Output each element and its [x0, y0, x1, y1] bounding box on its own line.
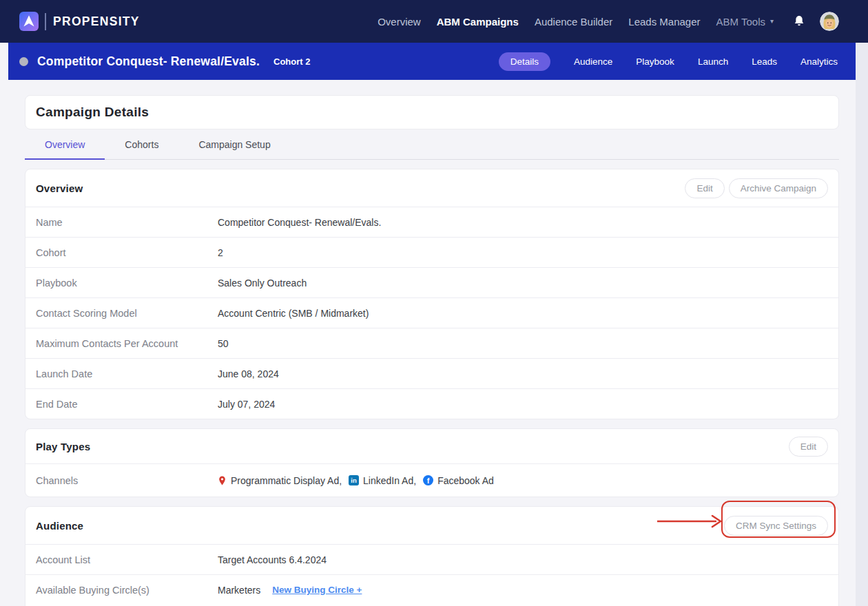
row-label: Name [36, 217, 218, 228]
row-label: Channels [36, 475, 218, 486]
propensity-logo-icon [19, 12, 39, 31]
audience-section: Audience CRM Sync Settings Account List … [25, 506, 839, 606]
campaign-tab-leads[interactable]: Leads [752, 56, 777, 67]
audience-title: Audience [36, 520, 83, 532]
row-label: End Date [36, 399, 218, 410]
linkedin-icon: in [349, 475, 359, 485]
crm-sync-settings-button[interactable]: CRM Sync Settings [724, 516, 828, 536]
edit-button[interactable]: Edit [685, 178, 724, 198]
play-types-actions: Edit [789, 437, 828, 457]
campaign-tab-details[interactable]: Details [499, 52, 550, 71]
map-pin-icon [218, 475, 227, 486]
campaign-tab-analytics[interactable]: Analytics [800, 56, 838, 67]
row-value: Marketers New Buying Circle + [218, 585, 362, 596]
campaign-header-bar: Competitor Conquest- Renewal/Evals. Coho… [8, 43, 856, 80]
main-nav: Overview ABM Campaigns Audience Builder … [378, 16, 774, 28]
row-label: Launch Date [36, 368, 218, 379]
row-value: Competitor Conquest- Renewal/Evals. [218, 217, 381, 228]
channel-programmatic: Programmatic Display Ad, [218, 475, 342, 486]
channels-list: Programmatic Display Ad, in LinkedIn Ad,… [218, 475, 501, 486]
logo-divider [45, 13, 46, 30]
campaign-tabs: Details Audience Playbook Launch Leads A… [499, 52, 838, 71]
play-types-section: Play Types Edit Channels Programmatic Di… [25, 428, 839, 497]
row-label: Account List [36, 554, 218, 565]
brand-logo[interactable]: PROPENSITY [19, 12, 140, 31]
campaign-tab-launch[interactable]: Launch [698, 56, 728, 67]
row-value: 2 [218, 247, 223, 258]
detail-row-channels: Channels Programmatic Display Ad, in Lin… [25, 463, 838, 497]
detail-row-max-contacts: Maximum Contacts Per Account 50 [25, 328, 838, 358]
detail-row-contact-scoring-model: Contact Scoring Model Account Centric (S… [25, 297, 838, 328]
main-content: Campaign Details Overview Cohorts Campai… [25, 95, 839, 606]
campaign-status-dot [19, 57, 28, 66]
chevron-down-icon: ▾ [770, 18, 774, 25]
archive-campaign-button[interactable]: Archive Campaign [729, 178, 828, 198]
row-label: Available Buying Circle(s) [36, 585, 218, 596]
brand-wordmark: PROPENSITY [53, 14, 140, 29]
page-title: Campaign Details [36, 105, 149, 120]
detail-row-account-list: Account List Target Accounts 6.4.2024 [25, 544, 838, 574]
nav-item-abm-tools[interactable]: ABM Tools ▾ [716, 16, 774, 28]
user-avatar[interactable] [820, 12, 839, 31]
play-types-title: Play Types [36, 441, 90, 452]
tab-campaign-setup[interactable]: Campaign Setup [178, 129, 290, 159]
row-value: July 07, 2024 [218, 399, 275, 410]
facebook-icon: f [423, 475, 433, 485]
tab-overview[interactable]: Overview [25, 129, 105, 159]
detail-row-end-date: End Date July 07, 2024 [25, 388, 838, 419]
scrollbar-track[interactable] [856, 43, 868, 606]
tab-cohorts[interactable]: Cohorts [105, 129, 178, 159]
nav-item-leads-manager[interactable]: Leads Manager [628, 16, 700, 28]
row-label: Contact Scoring Model [36, 308, 218, 319]
detail-row-playbook: Playbook Sales Only Outreach [25, 267, 838, 297]
abm-tools-label: ABM Tools [716, 16, 765, 28]
campaign-tab-audience[interactable]: Audience [574, 56, 612, 67]
channel-facebook: f Facebook Ad [423, 475, 494, 486]
channel-label: Programmatic Display Ad, [231, 475, 342, 486]
nav-item-abm-campaigns[interactable]: ABM Campaigns [437, 16, 519, 28]
notifications-bell-icon[interactable] [792, 14, 806, 29]
detail-row-cohort: Cohort 2 [25, 237, 838, 267]
top-navbar: PROPENSITY Overview ABM Campaigns Audien… [0, 0, 868, 43]
detail-row-buying-circles: Available Buying Circle(s) Marketers New… [25, 574, 838, 605]
channel-linkedin: in LinkedIn Ad, [349, 475, 416, 486]
overview-section-title: Overview [36, 182, 83, 194]
buying-circle-value: Marketers [218, 585, 260, 596]
row-value: Sales Only Outreach [218, 278, 307, 289]
overview-actions: Edit Archive Campaign [685, 178, 828, 198]
row-label: Playbook [36, 278, 218, 289]
channel-label: Facebook Ad [437, 475, 494, 486]
row-label: Cohort [36, 247, 218, 258]
edit-play-types-button[interactable]: Edit [789, 437, 828, 457]
nav-item-overview[interactable]: Overview [378, 16, 421, 28]
cohort-badge: Cohort 2 [273, 56, 310, 67]
channel-label: LinkedIn Ad, [363, 475, 416, 486]
overview-section: Overview Edit Archive Campaign Name Comp… [25, 169, 839, 419]
play-types-header: Play Types Edit [25, 429, 838, 463]
audience-header: Audience CRM Sync Settings [25, 507, 838, 544]
row-value: 50 [218, 338, 229, 349]
campaign-title: Competitor Conquest- Renewal/Evals. [37, 54, 260, 69]
overview-section-header: Overview Edit Archive Campaign [25, 169, 838, 207]
row-value: June 08, 2024 [218, 368, 279, 379]
detail-row-launch-date: Launch Date June 08, 2024 [25, 358, 838, 388]
nav-item-audience-builder[interactable]: Audience Builder [535, 16, 612, 28]
row-value: Target Accounts 6.4.2024 [218, 554, 327, 565]
detail-row-name: Name Competitor Conquest- Renewal/Evals. [25, 207, 838, 237]
new-buying-circle-link[interactable]: New Buying Circle + [272, 585, 362, 595]
campaign-tab-playbook[interactable]: Playbook [636, 56, 674, 67]
audience-actions: CRM Sync Settings [724, 516, 828, 536]
detail-subtabs: Overview Cohorts Campaign Setup [25, 129, 839, 160]
row-value: Account Centric (SMB / Midmarket) [218, 308, 369, 319]
page-title-card: Campaign Details [25, 95, 839, 129]
row-label: Maximum Contacts Per Account [36, 338, 218, 349]
